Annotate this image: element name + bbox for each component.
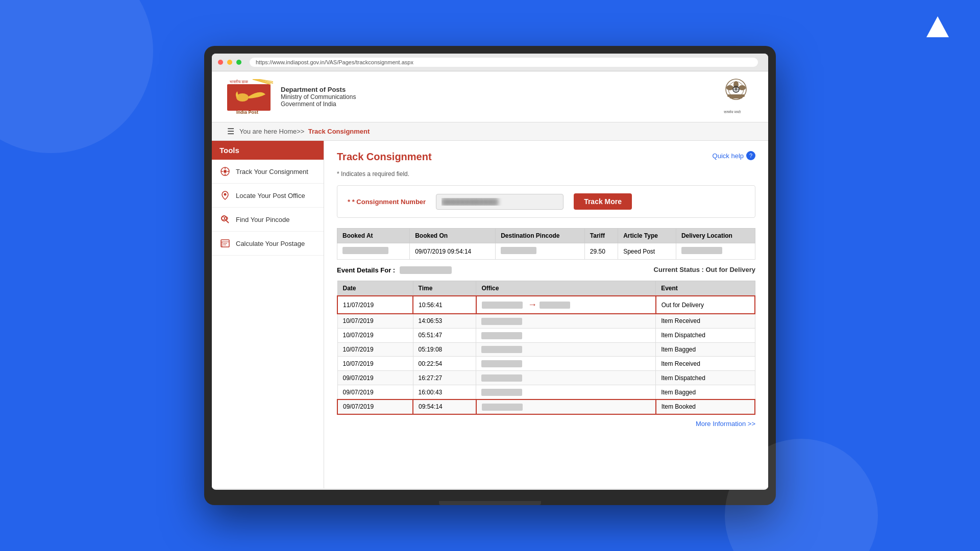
status-label: Current Status : — [654, 266, 704, 273]
event-name-6: Item Bagged — [656, 385, 755, 399]
more-info-link[interactable]: More Information >> — [337, 420, 755, 428]
event-date-2: 10/07/2019 — [337, 328, 413, 342]
hamburger-icon[interactable]: ☰ — [227, 127, 234, 136]
svg-point-22 — [224, 170, 227, 173]
track-button[interactable]: Track More — [574, 193, 632, 210]
quick-help-label: Quick help — [713, 152, 744, 160]
nav-bar: ☰ You are here Home>> Track Consignment — [212, 122, 768, 141]
col-dest-pincode: Destination Pincode — [496, 229, 585, 243]
svg-text:भारतीय डाक: भारतीय डाक — [230, 80, 249, 84]
sidebar-item-postage-label: Calculate Your Postage — [236, 240, 305, 247]
sidebar-item-track[interactable]: Track Your Consignment — [212, 160, 324, 184]
breadcrumb: You are here Home>> Track Consignment — [239, 128, 370, 135]
event-row-0: 11/07/201910:56:41→Out for Delivery — [337, 296, 755, 314]
col-delivery-loc: Delivery Location — [676, 229, 755, 243]
india-post-logo: भारतीय डाक India Post — [227, 79, 273, 115]
event-time-1: 14:06:53 — [413, 314, 476, 328]
event-name-3: Item Bagged — [656, 342, 755, 357]
sidebar-item-track-label: Track Your Consignment — [236, 168, 308, 176]
event-name-5: Item Dispatched — [656, 371, 755, 385]
required-star: * — [348, 198, 352, 206]
browser-chrome: https://www.indiapost.gov.in/VAS/Pages/t… — [212, 54, 768, 71]
postage-icon — [219, 238, 231, 249]
event-office-6 — [476, 385, 656, 399]
laptop-screen: https://www.indiapost.gov.in/VAS/Pages/t… — [212, 54, 768, 490]
col-tariff: Tariff — [584, 229, 618, 243]
browser-dot-close[interactable] — [218, 60, 223, 65]
event-office-7 — [476, 399, 656, 414]
svg-rect-13 — [727, 94, 745, 97]
locate-icon — [219, 190, 231, 201]
browser-dot-maximize[interactable] — [236, 60, 241, 65]
sidebar-item-postage[interactable]: Calculate Your Postage — [212, 232, 324, 256]
sidebar-title: Tools — [212, 141, 324, 160]
event-row-3: 10/07/201905:19:08Item Bagged — [337, 342, 755, 357]
track-form: * * Consignment Number Track More — [337, 185, 755, 218]
quick-help[interactable]: Quick help ? — [713, 151, 755, 160]
event-date-7: 09/07/2019 — [337, 399, 413, 414]
delivery-loc-cell — [676, 243, 755, 260]
event-date-3: 10/07/2019 — [337, 342, 413, 357]
govt-name: Government of India — [281, 101, 356, 108]
browser-dot-minimize[interactable] — [227, 60, 232, 65]
svg-line-30 — [226, 220, 229, 223]
svg-point-31 — [222, 217, 225, 220]
event-office-1 — [476, 314, 656, 328]
event-office-0: → — [476, 296, 656, 314]
event-name-2: Item Dispatched — [656, 328, 755, 342]
breadcrumb-prefix: You are here Home>> — [239, 128, 304, 135]
event-time-5: 16:27:27 — [413, 371, 476, 385]
sidebar-item-locate-label: Locate Your Post Office — [236, 192, 305, 199]
consignment-label: * * Consignment Number — [348, 198, 426, 206]
page-title: Track Consignment — [337, 151, 432, 163]
event-time-0: 10:56:41 — [413, 296, 476, 314]
svg-marker-0 — [926, 16, 949, 37]
col-time: Time — [413, 281, 476, 296]
article-type-cell: Speed Post — [618, 243, 676, 260]
svg-text:India Post: India Post — [236, 110, 258, 115]
breadcrumb-current[interactable]: Track Consignment — [308, 128, 370, 135]
booked-on-cell: 09/07/2019 09:54:14 — [410, 243, 496, 260]
dept-name: Department of Posts — [281, 86, 356, 93]
col-booked-on: Booked On — [410, 229, 496, 243]
results-section: Booked At Booked On Destination Pincode … — [337, 228, 755, 428]
sidebar-item-locate[interactable]: Locate Your Post Office — [212, 184, 324, 208]
logo-section: भारतीय डाक India Post Department of Post… — [227, 79, 356, 115]
event-time-2: 05:51:47 — [413, 328, 476, 342]
event-details-header: Event Details For : — [337, 262, 454, 277]
event-office-2 — [476, 328, 656, 342]
event-date-4: 10/07/2019 — [337, 357, 413, 371]
svg-rect-14 — [730, 97, 742, 98]
events-table: Date Time Office Event 11/07/201910:56:4… — [337, 281, 755, 415]
event-name-0: Out for Delivery — [656, 296, 755, 314]
event-row-6: 09/07/201916:00:43Item Bagged — [337, 385, 755, 399]
laptop-frame: https://www.indiapost.gov.in/VAS/Pages/t… — [204, 46, 776, 505]
event-row-4: 10/07/201900:22:54Item Received — [337, 357, 755, 371]
event-time-3: 05:19:08 — [413, 342, 476, 357]
event-date-1: 10/07/2019 — [337, 314, 413, 328]
event-time-6: 16:00:43 — [413, 385, 476, 399]
pincode-icon — [219, 214, 231, 225]
event-row-2: 10/07/201905:51:47Item Dispatched — [337, 328, 755, 342]
col-booked-at: Booked At — [337, 229, 410, 243]
sidebar: Tools Track Your C — [212, 141, 324, 488]
content-area: Track Consignment Quick help ? * Indicat… — [324, 141, 768, 488]
event-date-0: 11/07/2019 — [337, 296, 413, 314]
help-icon: ? — [746, 151, 755, 160]
track-icon — [219, 166, 231, 177]
dest-pincode-cell — [496, 243, 585, 260]
event-row-1: 10/07/201914:06:53Item Received — [337, 314, 755, 328]
col-event: Event — [656, 281, 755, 296]
event-time-7: 09:54:14 — [413, 399, 476, 414]
consignment-input[interactable] — [436, 194, 564, 210]
status-value: Out for Delivery — [705, 266, 755, 273]
sidebar-item-pincode[interactable]: Find Your Pincode — [212, 208, 324, 232]
atlan-logo — [926, 15, 949, 42]
address-bar[interactable]: https://www.indiapost.gov.in/VAS/Pages/t… — [250, 58, 758, 67]
event-office-3 — [476, 342, 656, 357]
laptop-bottom — [439, 501, 541, 505]
content-header: Track Consignment Quick help ? — [337, 151, 755, 163]
summary-row: 09/07/2019 09:54:14 29.50 Speed Post — [337, 243, 755, 260]
booked-at-cell — [337, 243, 410, 260]
col-office: Office — [476, 281, 656, 296]
